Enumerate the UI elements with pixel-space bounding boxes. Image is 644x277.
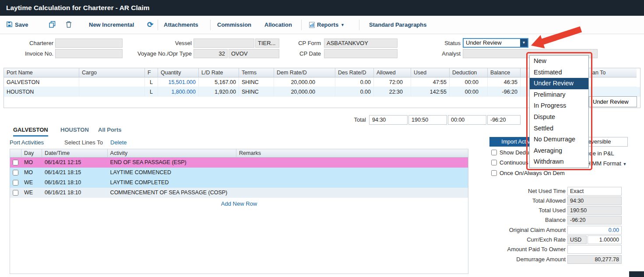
- cell-quantity-link[interactable]: 15,501.000: [158, 77, 199, 87]
- scrollbar-corner: [629, 271, 644, 277]
- cell-dem-rate: 20,000.00: [274, 87, 335, 97]
- col-header-select: [10, 149, 21, 158]
- format-caret-icon[interactable]: ▼: [623, 162, 626, 166]
- status-dropdown-list: New Estimated Under Review Preliminary I…: [529, 55, 589, 168]
- status-option-averaging[interactable]: Averaging: [530, 145, 588, 157]
- original-claim-amount-field[interactable]: 0.00: [567, 226, 622, 235]
- reports-caret-icon[interactable]: ▼: [341, 16, 345, 34]
- tab-galveston[interactable]: GALVESTON: [13, 126, 48, 137]
- invoice-no-label: Invoice No.: [9, 49, 53, 59]
- status-option-dispute[interactable]: Dispute: [530, 112, 588, 123]
- cell-des-rate: 0.00: [335, 87, 374, 97]
- tab-houston[interactable]: HOUSTON: [60, 126, 89, 134]
- activity-row[interactable]: MO 06/14/21 18:15 LAYTIME COMMENCED: [10, 168, 468, 178]
- cell-datetime: 06/16/21 18:10: [42, 178, 108, 188]
- amount-paid-field[interactable]: [567, 245, 622, 254]
- total-allowed-label: Total Allowed: [489, 196, 566, 205]
- cell-datetime: 06/14/21 12:15: [42, 158, 108, 168]
- status-option-estimated[interactable]: Estimated: [530, 67, 588, 78]
- status-option-in-progress[interactable]: In Progress: [530, 100, 588, 112]
- cell-cargo: [79, 87, 145, 97]
- reports-icon[interactable]: [309, 22, 315, 30]
- status-option-withdrawn[interactable]: Withdrawn: [530, 156, 588, 168]
- standard-paragraphs-button[interactable]: Standard Paragraphs: [369, 16, 427, 34]
- time-format-dropdown[interactable]: HH:MM Format ▼: [582, 160, 626, 168]
- cp-form-label: CP Form: [271, 39, 321, 48]
- cp-date-field[interactable]: [324, 49, 398, 58]
- vessel-field[interactable]: [194, 39, 254, 48]
- col-header-terms: Terms: [239, 68, 274, 77]
- demurrage-amount-field: 80,277.78: [567, 255, 622, 264]
- status-option-new[interactable]: New: [530, 56, 588, 67]
- cell-quantity-link[interactable]: 1,800.000: [158, 87, 199, 97]
- row-checkbox[interactable]: [13, 190, 18, 196]
- delete-lines-button[interactable]: Delete: [110, 139, 127, 147]
- checkbox[interactable]: [491, 170, 497, 176]
- new-incremental-button[interactable]: New Incremental: [89, 16, 134, 34]
- attachments-button[interactable]: Attachments: [164, 16, 198, 34]
- commission-button[interactable]: Commission: [217, 16, 251, 34]
- status-option-preliminary[interactable]: Preliminary: [530, 89, 588, 101]
- cp-form-field[interactable]: ASBATANKVOY: [324, 39, 398, 48]
- vessel-label: Vessel: [131, 39, 192, 48]
- status-option-no-demurrage[interactable]: No Demurrage: [530, 134, 588, 145]
- total-used-field: 190:50: [567, 206, 622, 215]
- toolbar-divider: [359, 20, 359, 30]
- toolbar-divider: [210, 20, 211, 30]
- total-allowed-field: 94:30: [567, 196, 622, 205]
- once-on-label: Once On/Always On Dem: [500, 170, 565, 176]
- once-on-checkbox[interactable]: Once On/Always On Dem: [491, 170, 565, 177]
- cell-activity: END OF SEA PASSAGE (ESP): [108, 158, 236, 168]
- select-lines-to-label: Select Lines To: [64, 139, 103, 147]
- demurrage-amount-label: Demurrage Amount: [489, 255, 566, 264]
- cell-remarks: [236, 188, 468, 198]
- col-header-day: Day: [21, 149, 42, 158]
- cell-dem-rate: 20,000.00: [274, 77, 335, 87]
- row-checkbox[interactable]: [13, 180, 18, 186]
- activity-row[interactable]: WE 06/16/21 18:10 COMMENCEMENT OF SEA PA…: [10, 188, 468, 198]
- total-used-box: 190:50: [408, 115, 447, 125]
- charterer-field[interactable]: [55, 39, 123, 48]
- curr-exch-rate-label: Curr/Exch Rate: [489, 235, 566, 244]
- cp-date-label: CP Date: [271, 49, 321, 59]
- port-activities-label[interactable]: Port Activities: [10, 139, 44, 147]
- col-header-balance: Balance: [488, 68, 521, 77]
- checkbox[interactable]: [491, 160, 497, 165]
- cell-cargo: [79, 77, 145, 87]
- activities-grid: Day Date/Time Activity Remarks MO 06/14/…: [10, 149, 468, 274]
- activity-row[interactable]: WE 06/16/21 18:10 LAYTIME COMPLETED: [10, 178, 468, 188]
- allocation-button[interactable]: Allocation: [264, 16, 292, 34]
- port-status-cell[interactable]: Under Review: [589, 96, 637, 107]
- col-header-dem-rate: Dem Rate/D: [274, 68, 335, 77]
- copy-icon[interactable]: [49, 21, 56, 30]
- status-option-settled[interactable]: Settled: [530, 123, 588, 134]
- status-caret-icon[interactable]: ▼: [520, 39, 528, 47]
- total-balance-box: -96:20: [487, 115, 521, 125]
- tab-all-ports[interactable]: All Ports: [98, 126, 121, 134]
- cell-day: WE: [21, 188, 42, 198]
- row-checkbox[interactable]: [13, 170, 18, 175]
- total-used-label: Total Used: [489, 206, 566, 215]
- status-option-under-review[interactable]: Under Review: [530, 78, 588, 89]
- row-checkbox[interactable]: [13, 160, 18, 165]
- cell-terms: SHINC: [239, 87, 274, 97]
- voyage-opr-label: Voyage No./Opr Type: [131, 49, 192, 59]
- net-used-time-field[interactable]: Exact: [567, 187, 622, 196]
- invoice-no-field[interactable]: [55, 49, 123, 58]
- add-new-row-link[interactable]: Add New Row: [10, 200, 468, 207]
- reports-button[interactable]: Reports: [317, 16, 338, 34]
- save-icon[interactable]: [6, 21, 13, 29]
- status-dropdown[interactable]: Under Review ▼: [463, 38, 528, 48]
- save-button[interactable]: Save: [15, 16, 28, 34]
- voyage-no-field[interactable]: 32: [194, 49, 228, 58]
- exchange-rate-field[interactable]: 1.00000: [588, 235, 622, 244]
- checkbox[interactable]: [491, 150, 497, 155]
- cell-port-name: HOUSTON: [4, 87, 79, 97]
- trash-icon[interactable]: [66, 21, 72, 30]
- currency-field: USD: [567, 235, 587, 244]
- net-used-time-label: Net Used Time: [489, 187, 566, 196]
- status-value: Under Review: [466, 39, 502, 47]
- cell-deduction: 00:00: [450, 87, 488, 97]
- activity-row[interactable]: MO 06/14/21 12:15 END OF SEA PASSAGE (ES…: [10, 158, 468, 168]
- refresh-icon[interactable]: ⟳: [147, 16, 153, 34]
